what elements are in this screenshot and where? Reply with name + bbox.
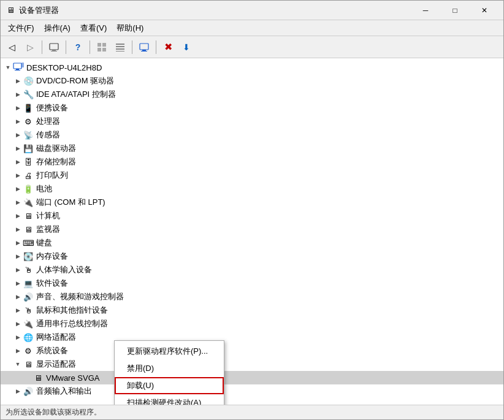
computer-expander[interactable]: ▶ xyxy=(13,211,23,221)
processor-label: 处理器 xyxy=(36,116,60,127)
tree-item-memory[interactable]: ▶ 💽 内存设备 xyxy=(1,250,503,263)
tree-item-sensor[interactable]: ▶ 📡 传感器 xyxy=(1,128,503,142)
tree-item-disk[interactable]: ▶ 💾 磁盘驱动器 xyxy=(1,142,503,155)
help-button[interactable]: ? xyxy=(69,39,86,56)
svg-rect-6 xyxy=(102,48,106,52)
network-label: 网络适配器 xyxy=(36,332,76,343)
tree-item-computer[interactable]: ▶ 🖥 计算机 xyxy=(1,209,503,223)
tree-item-processor[interactable]: ▶ ⚙ 处理器 xyxy=(1,115,503,128)
system-expander[interactable]: ▶ xyxy=(13,346,23,356)
tree-item-system[interactable]: ▶ ⚙ 系统设备 xyxy=(1,344,503,357)
vmware-icon: 🖥 xyxy=(32,372,44,383)
software-expander[interactable]: ▶ xyxy=(13,278,23,288)
display-expander[interactable]: ▼ xyxy=(13,359,23,369)
back-button[interactable]: ◁ xyxy=(3,39,20,56)
tree-item-battery[interactable]: ▶ 🔋 电池 xyxy=(1,182,503,196)
tree-item-network[interactable]: ▶ 🌐 网络适配器 xyxy=(1,330,503,344)
ctx-uninstall[interactable]: 卸载(U) xyxy=(115,377,224,394)
battery-expander[interactable]: ▶ xyxy=(13,184,23,194)
ctx-update-driver[interactable]: 更新驱动程序软件(P)... xyxy=(115,343,224,360)
svg-rect-15 xyxy=(16,69,19,70)
tree-item-storage[interactable]: ▶ 🗄 存储控制器 xyxy=(1,155,503,169)
storage-icon: 🗄 xyxy=(23,156,34,167)
memory-expander[interactable]: ▶ xyxy=(13,251,23,261)
tree-item-software[interactable]: ▶ 💻 软件设备 xyxy=(1,277,503,290)
memory-label: 内存设备 xyxy=(36,251,68,262)
close-button[interactable]: ✕ xyxy=(470,2,498,19)
menu-bar: 文件(F) 操作(A) 查看(V) 帮助(H) xyxy=(1,20,503,36)
computer-button[interactable] xyxy=(45,39,63,56)
toolbar: ◁ ▷ ? xyxy=(1,36,503,58)
main-content: ▼ DESKTOP-U4L2H8D ▶ 💿 DVD/CD-ROM 驱动器 xyxy=(1,58,503,405)
menu-file[interactable]: 文件(F) xyxy=(3,21,39,36)
svg-rect-10 xyxy=(116,51,124,52)
network-icon: 🌐 xyxy=(23,332,34,343)
monitor-expander[interactable]: ▶ xyxy=(13,224,23,234)
tree-item-dvd[interactable]: ▶ 💿 DVD/CD-ROM 驱动器 xyxy=(1,74,503,88)
usb-expander[interactable]: ▶ xyxy=(13,319,23,329)
title-controls: ─ □ ✕ xyxy=(411,2,498,19)
tree-root[interactable]: ▼ DESKTOP-U4L2H8D xyxy=(1,61,503,74)
context-menu: 更新驱动程序软件(P)... 禁用(D) 卸载(U) 扫描检测硬件改动(A) 属… xyxy=(114,340,224,405)
tree-item-usb[interactable]: ▶ 🔌 通用串行总线控制器 xyxy=(1,317,503,330)
print-expander[interactable]: ▶ xyxy=(13,170,23,180)
device-tree[interactable]: ▼ DESKTOP-U4L2H8D ▶ 💿 DVD/CD-ROM 驱动器 xyxy=(1,58,503,405)
maximize-button[interactable]: □ xyxy=(441,2,469,19)
disk-icon: 💾 xyxy=(23,143,34,154)
sensor-expander[interactable]: ▶ xyxy=(13,130,23,140)
storage-label: 存储控制器 xyxy=(36,156,76,167)
dvd-label: DVD/CD-ROM 驱动器 xyxy=(36,75,114,86)
hid-label: 人体学输入设备 xyxy=(36,264,92,275)
port-expander[interactable]: ▶ xyxy=(13,197,23,207)
uninstall-button[interactable]: ✖ xyxy=(159,39,177,56)
tree-item-vmware[interactable]: ▶ 🖥 VMware SVGA xyxy=(1,371,503,384)
portable-expander[interactable]: ▶ xyxy=(13,103,23,113)
tree-item-mouse[interactable]: ▶ 🖱 鼠标和其他指针设备 xyxy=(1,304,503,317)
tree-item-audio[interactable]: ▶ 🔊 声音、视频和游戏控制器 xyxy=(1,290,503,304)
system-label: 系统设备 xyxy=(36,345,68,356)
svg-rect-12 xyxy=(142,50,146,51)
status-bar: 为所选设备卸载该驱动程序。 xyxy=(1,405,503,419)
tree-item-port[interactable]: ▶ 🔌 端口 (COM 和 LPT) xyxy=(1,196,503,209)
hid-expander[interactable]: ▶ xyxy=(13,265,23,275)
root-expander[interactable]: ▼ xyxy=(3,63,13,72)
list-view-icon xyxy=(97,42,107,52)
keyboard-expander[interactable]: ▶ xyxy=(13,238,23,248)
menu-help[interactable]: 帮助(H) xyxy=(112,21,148,36)
memory-icon: 💽 xyxy=(23,251,34,262)
monitor-button[interactable] xyxy=(136,39,153,56)
root-icon xyxy=(13,62,24,73)
list-view-button[interactable] xyxy=(93,39,110,56)
svg-rect-17 xyxy=(21,63,24,67)
monitor-label: 监视器 xyxy=(36,224,60,235)
audio-expander[interactable]: ▶ xyxy=(13,292,23,302)
tree-item-monitor[interactable]: ▶ 🖥 监视器 xyxy=(1,223,503,236)
processor-expander[interactable]: ▶ xyxy=(13,116,23,126)
ide-expander[interactable]: ▶ xyxy=(13,90,23,99)
tree-item-hid[interactable]: ▶ 🖱 人体学输入设备 xyxy=(1,263,503,277)
svg-rect-11 xyxy=(140,44,148,50)
menu-action[interactable]: 操作(A) xyxy=(39,21,75,36)
display-icon: 🖥 xyxy=(23,359,34,370)
ctx-disable[interactable]: 禁用(D) xyxy=(115,360,224,377)
forward-button[interactable]: ▷ xyxy=(21,39,39,56)
network-expander[interactable]: ▶ xyxy=(13,332,23,342)
menu-view[interactable]: 查看(V) xyxy=(75,21,112,36)
minimize-button[interactable]: ─ xyxy=(411,2,440,19)
mouse-expander[interactable]: ▶ xyxy=(13,305,23,315)
ctx-scan-hardware[interactable]: 扫描检测硬件改动(A) xyxy=(115,394,224,405)
sound-io-expander[interactable]: ▶ xyxy=(13,386,23,396)
update-button[interactable]: ⬇ xyxy=(178,39,195,56)
tree-item-print[interactable]: ▶ 🖨 打印队列 xyxy=(1,169,503,182)
tree-item-portable[interactable]: ▶ 📱 便携设备 xyxy=(1,101,503,115)
disk-expander[interactable]: ▶ xyxy=(13,143,23,153)
dvd-expander[interactable]: ▶ xyxy=(13,76,23,86)
tree-item-keyboard[interactable]: ▶ ⌨ 键盘 xyxy=(1,236,503,250)
detail-view-button[interactable] xyxy=(112,39,129,56)
processor-icon: ⚙ xyxy=(23,116,34,127)
tree-item-display[interactable]: ▼ 🖥 显示适配器 xyxy=(1,357,503,371)
tree-item-ide[interactable]: ▶ 🔧 IDE ATA/ATAPI 控制器 xyxy=(1,88,503,101)
tree-item-sound-io[interactable]: ▶ 🔊 音频输入和输出 xyxy=(1,384,503,398)
toolbar-sep-1 xyxy=(42,40,42,54)
storage-expander[interactable]: ▶ xyxy=(13,157,23,167)
